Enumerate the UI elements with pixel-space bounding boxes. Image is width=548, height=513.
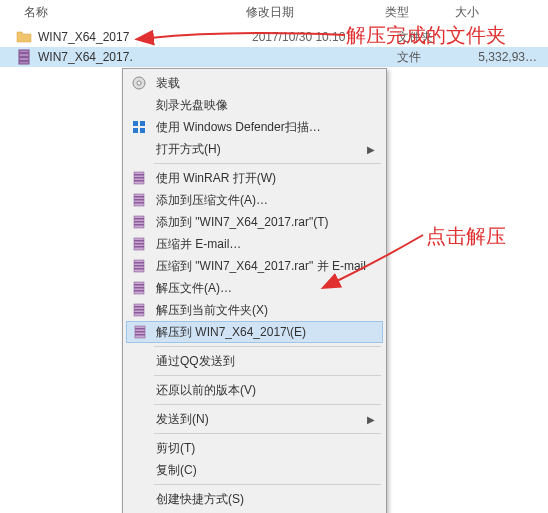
- svg-rect-37: [134, 312, 144, 314]
- svg-rect-16: [134, 199, 144, 201]
- blank-icon: [131, 491, 147, 507]
- menu-item[interactable]: 使用 Windows Defender扫描…: [126, 116, 383, 138]
- menu-item[interactable]: 打开方式(H)▶: [126, 138, 383, 160]
- header-type[interactable]: 类型: [385, 4, 455, 21]
- menu-item-label: 刻录光盘映像: [156, 97, 228, 114]
- menu-separator: [154, 404, 381, 405]
- menu-item[interactable]: 还原以前的版本(V): [126, 379, 383, 401]
- disc-icon: [131, 75, 147, 91]
- svg-rect-25: [134, 246, 144, 248]
- menu-separator: [154, 484, 381, 485]
- menu-separator: [154, 433, 381, 434]
- menu-item[interactable]: 添加到 "WIN7_X64_2017.rar"(T): [126, 211, 383, 233]
- menu-item-label: 发送到(N): [156, 411, 209, 428]
- menu-item[interactable]: 复制(C): [126, 459, 383, 481]
- menu-item[interactable]: 装载: [126, 72, 383, 94]
- svg-rect-3: [19, 60, 29, 62]
- defender-icon: [131, 119, 147, 135]
- context-menu: 装载刻录光盘映像使用 Windows Defender扫描…打开方式(H)▶使用…: [122, 68, 387, 513]
- header-size[interactable]: 大小: [455, 4, 515, 21]
- folder-icon: [16, 29, 32, 45]
- winrar-icon: [132, 324, 148, 340]
- svg-rect-12: [134, 177, 144, 179]
- menu-item[interactable]: 刻录光盘映像: [126, 94, 383, 116]
- file-row-rar[interactable]: WIN7_X64_2017. 文件 5,332,93…: [0, 47, 548, 67]
- svg-rect-7: [140, 121, 145, 126]
- menu-separator: [154, 375, 381, 376]
- menu-item-label: 添加到压缩文件(A)…: [156, 192, 268, 209]
- svg-rect-11: [134, 174, 144, 176]
- menu-item-label: 使用 WinRAR 打开(W): [156, 170, 276, 187]
- header-date[interactable]: 修改日期: [230, 4, 385, 21]
- svg-rect-23: [134, 240, 144, 242]
- menu-item[interactable]: 添加到压缩文件(A)…: [126, 189, 383, 211]
- file-type: 文件夹: [397, 29, 467, 46]
- annotation-click-extract: 点击解压: [426, 223, 506, 250]
- menu-item-label: 打开方式(H): [156, 141, 221, 158]
- menu-item-label: 装载: [156, 75, 180, 92]
- svg-rect-39: [135, 328, 145, 330]
- file-size: 5,332,93…: [467, 50, 537, 64]
- svg-rect-33: [134, 290, 144, 292]
- svg-rect-32: [134, 287, 144, 289]
- winrar-icon: [131, 258, 147, 274]
- svg-rect-41: [135, 334, 145, 336]
- menu-item-label: 压缩到 "WIN7_X64_2017.rar" 并 E-mail: [156, 258, 366, 275]
- svg-point-5: [137, 81, 141, 85]
- file-name: WIN7_X64_2017.: [38, 50, 242, 64]
- svg-rect-9: [140, 128, 145, 133]
- svg-rect-8: [133, 128, 138, 133]
- file-date: 2017/10/30 10:10: [242, 30, 397, 44]
- menu-item[interactable]: 压缩到 "WIN7_X64_2017.rar" 并 E-mail: [126, 255, 383, 277]
- winrar-icon: [131, 280, 147, 296]
- svg-rect-15: [134, 196, 144, 198]
- blank-icon: [131, 353, 147, 369]
- menu-item[interactable]: 压缩并 E-mail…: [126, 233, 383, 255]
- blank-icon: [131, 141, 147, 157]
- menu-item[interactable]: 解压文件(A)…: [126, 277, 383, 299]
- winrar-icon: [131, 214, 147, 230]
- svg-rect-2: [19, 56, 29, 58]
- winrar-icon: [131, 192, 147, 208]
- menu-item-label: 添加到 "WIN7_X64_2017.rar"(T): [156, 214, 329, 231]
- menu-item[interactable]: 使用 WinRAR 打开(W): [126, 167, 383, 189]
- svg-rect-29: [134, 268, 144, 270]
- blank-icon: [131, 97, 147, 113]
- menu-item-label: 复制(C): [156, 462, 197, 479]
- file-name: WIN7_X64_2017: [38, 30, 242, 44]
- svg-rect-1: [19, 52, 29, 54]
- menu-item-label: 剪切(T): [156, 440, 195, 457]
- menu-item[interactable]: 发送到(N)▶: [126, 408, 383, 430]
- menu-item-label: 创建快捷方式(S): [156, 491, 244, 508]
- menu-separator: [154, 163, 381, 164]
- menu-item-label: 解压文件(A)…: [156, 280, 232, 297]
- blank-icon: [131, 440, 147, 456]
- blank-icon: [131, 382, 147, 398]
- menu-item-label: 还原以前的版本(V): [156, 382, 256, 399]
- menu-item[interactable]: 剪切(T): [126, 437, 383, 459]
- svg-rect-31: [134, 284, 144, 286]
- menu-item[interactable]: 通过QQ发送到: [126, 350, 383, 372]
- svg-rect-6: [133, 121, 138, 126]
- menu-item[interactable]: 创建快捷方式(S): [126, 488, 383, 510]
- svg-rect-40: [135, 331, 145, 333]
- menu-item-label: 通过QQ发送到: [156, 353, 235, 370]
- svg-rect-28: [134, 265, 144, 267]
- svg-rect-17: [134, 202, 144, 204]
- svg-rect-35: [134, 306, 144, 308]
- submenu-arrow-icon: ▶: [367, 144, 375, 155]
- header-name[interactable]: 名称: [0, 4, 230, 21]
- menu-item-label: 解压到 WIN7_X64_2017\(E): [156, 324, 306, 341]
- svg-rect-20: [134, 221, 144, 223]
- winrar-icon: [131, 302, 147, 318]
- column-headers: 名称 修改日期 类型 大小: [0, 0, 548, 27]
- blank-icon: [131, 462, 147, 478]
- menu-item-label: 使用 Windows Defender扫描…: [156, 119, 321, 136]
- svg-rect-13: [134, 180, 144, 182]
- svg-rect-24: [134, 243, 144, 245]
- file-list: WIN7_X64_2017 2017/10/30 10:10 文件夹 WIN7_…: [0, 27, 548, 67]
- menu-item[interactable]: 解压到当前文件夹(X): [126, 299, 383, 321]
- menu-item[interactable]: 解压到 WIN7_X64_2017\(E): [126, 321, 383, 343]
- menu-item-label: 解压到当前文件夹(X): [156, 302, 268, 319]
- file-row-folder[interactable]: WIN7_X64_2017 2017/10/30 10:10 文件夹: [0, 27, 548, 47]
